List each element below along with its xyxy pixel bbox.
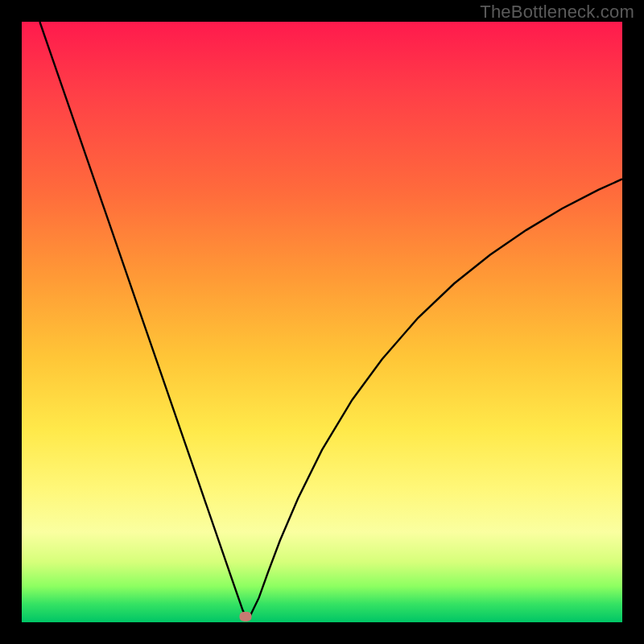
plot-area xyxy=(22,22,622,622)
bottleneck-curve xyxy=(22,22,622,622)
watermark-text: TheBottleneck.com xyxy=(480,2,634,23)
chart-frame: TheBottleneck.com xyxy=(0,0,644,644)
optimum-marker xyxy=(240,612,252,621)
